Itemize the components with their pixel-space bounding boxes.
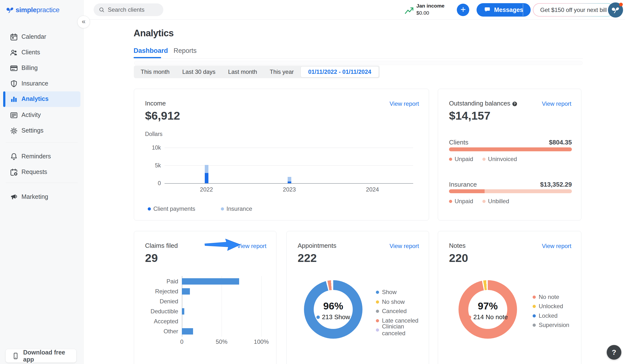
avatar[interactable] xyxy=(608,2,623,18)
active-tab-underline xyxy=(134,57,161,58)
credit-card-icon xyxy=(10,64,18,72)
income-card: Income View report $6,912 Dollars 10k5k0… xyxy=(134,89,429,220)
gridline-0 xyxy=(164,183,413,184)
legend-item-client-payments: Client payments xyxy=(148,205,195,212)
income-widget-label: Jan income xyxy=(416,3,445,9)
date-filter-this-year[interactable]: This year xyxy=(263,68,300,75)
download-app-button[interactable]: Download free app xyxy=(6,349,76,363)
appointments-total-value: 222 xyxy=(298,251,317,265)
tab-reports[interactable]: Reports xyxy=(174,47,197,55)
bar-2023-client-payments xyxy=(288,182,291,183)
sidebar-item-settings[interactable]: Settings xyxy=(0,123,84,139)
sticky-header-shadow xyxy=(134,61,583,65)
sidebar-item-label: Clients xyxy=(21,49,40,56)
income-summary-widget[interactable]: Jan income $0.00 xyxy=(405,3,445,16)
help-button[interactable]: ? xyxy=(607,345,621,360)
butterfly-icon xyxy=(6,6,14,14)
legend-dot xyxy=(221,207,224,211)
date-filter-last-30-days[interactable]: Last 30 days xyxy=(176,68,222,75)
legend-item-no-note: No note xyxy=(533,294,559,300)
balance-bar-segment xyxy=(449,189,485,193)
sidebar-collapse-button[interactable]: « xyxy=(77,16,90,28)
appointments-donut-pct: 96% xyxy=(304,301,362,312)
promo-button[interactable]: Get $150 off your next bill xyxy=(533,3,614,17)
megaphone-icon xyxy=(10,193,18,201)
x-tick-2024: 2024 xyxy=(358,186,387,193)
sidebar-item-label: Settings xyxy=(21,127,43,134)
tab-dashboard[interactable]: Dashboard xyxy=(134,47,168,55)
sidebar-item-billing[interactable]: Billing xyxy=(0,61,84,76)
sidebar-item-label: Calendar xyxy=(21,33,46,40)
messages-label: Messages xyxy=(494,6,523,13)
claims-bar-deductible xyxy=(182,308,184,315)
calendar-icon xyxy=(10,33,18,41)
sidebar-item-reminders[interactable]: Reminders xyxy=(0,149,84,164)
x-tick-2022: 2022 xyxy=(192,186,221,193)
outstanding-view-report-link[interactable]: View report xyxy=(542,100,571,107)
legend-dot xyxy=(533,305,536,308)
gridline-100% xyxy=(261,276,262,337)
sidebar-item-label: Billing xyxy=(21,64,38,71)
sidebar-item-marketing[interactable]: Marketing xyxy=(0,189,84,205)
sidebar-item-analytics[interactable]: Analytics xyxy=(0,91,84,107)
claims-row-label-deductible: Deductible xyxy=(139,308,178,315)
date-filter-last-month[interactable]: Last month xyxy=(222,68,263,75)
sidebar-item-activity[interactable]: Activity xyxy=(0,107,84,123)
notes-donut-count: 214 No note xyxy=(459,313,517,321)
bar-2022-insurance xyxy=(205,165,208,173)
legend-item-unlocked: Unlocked xyxy=(533,303,563,309)
notes-view-report-link[interactable]: View report xyxy=(542,243,571,249)
balance-bar-insurance xyxy=(449,189,572,193)
legend-dot xyxy=(376,310,379,313)
sidebar-item-label: Activity xyxy=(21,111,41,119)
question-circle-icon[interactable]: ? xyxy=(512,102,517,106)
promo-label: Get $150 off your next bill xyxy=(533,4,614,16)
claims-row-label-rejected: Rejected xyxy=(139,288,178,295)
balance-section-label: Clients xyxy=(449,139,468,146)
sidebar-divider xyxy=(6,183,78,183)
legend-label: Unpaid xyxy=(455,156,473,162)
search-input[interactable]: Search clients xyxy=(94,3,163,16)
create-new-button[interactable] xyxy=(457,4,469,16)
tabbar-divider xyxy=(134,59,583,59)
legend-dot xyxy=(482,200,486,203)
chat-icon xyxy=(484,6,491,14)
claims-view-report-link[interactable]: View report xyxy=(237,243,266,249)
sidebar-item-requests[interactable]: Requests xyxy=(0,164,84,180)
pointer-arrow-annotation xyxy=(204,238,241,251)
income-view-report-link[interactable]: View report xyxy=(390,100,419,107)
y-tick-0: 0 xyxy=(144,180,161,187)
notes-total-value: 220 xyxy=(449,251,468,265)
legend-label: Unlocked xyxy=(539,303,563,310)
x-tick-2023: 2023 xyxy=(275,186,304,193)
sidebar-item-calendar[interactable]: Calendar xyxy=(0,29,84,45)
income-card-title: Income xyxy=(145,100,166,107)
legend-item-no-show: No show xyxy=(376,299,405,305)
sidebar-item-insurance[interactable]: Insurance xyxy=(0,76,84,91)
app-logo-text: simplepractice xyxy=(16,6,60,14)
sidebar-item-clients[interactable]: Clients xyxy=(0,45,84,61)
sidebar-item-label: Analytics xyxy=(21,95,49,102)
x-tick-50%: 50% xyxy=(209,338,234,345)
legend-item-uninvoiced: Uninvoiced xyxy=(482,156,517,162)
legend-label: Uninvoiced xyxy=(488,156,517,162)
claims-card-title: Claims filed xyxy=(145,242,178,249)
appointments-view-report-link[interactable]: View report xyxy=(390,243,419,249)
legend-item-clinician-canceled: Clinician canceled xyxy=(376,327,429,333)
app-logo[interactable]: simplepractice xyxy=(6,6,60,14)
legend-item-unbilled: Unbilled xyxy=(482,198,509,205)
legend-label: Client payments xyxy=(153,205,195,212)
show-dot xyxy=(316,315,320,319)
gridline-10k xyxy=(164,148,413,148)
date-range-button[interactable]: 01/11/2022 - 01/11/2024 xyxy=(301,66,379,77)
plus-icon xyxy=(460,6,466,14)
topbar: Search clients Jan income $0.00 Messages… xyxy=(84,0,625,20)
messages-button[interactable]: Messages xyxy=(476,3,531,17)
balance-legend: UnpaidUnbilled xyxy=(449,198,509,205)
gear-icon xyxy=(10,127,18,135)
balance-bar-segment xyxy=(485,189,572,193)
y-tick-10k: 10k xyxy=(144,145,161,151)
y-tick-5k: 5k xyxy=(144,162,161,169)
legend-dot xyxy=(376,301,379,303)
date-filter-this-month[interactable]: This month xyxy=(134,68,176,75)
